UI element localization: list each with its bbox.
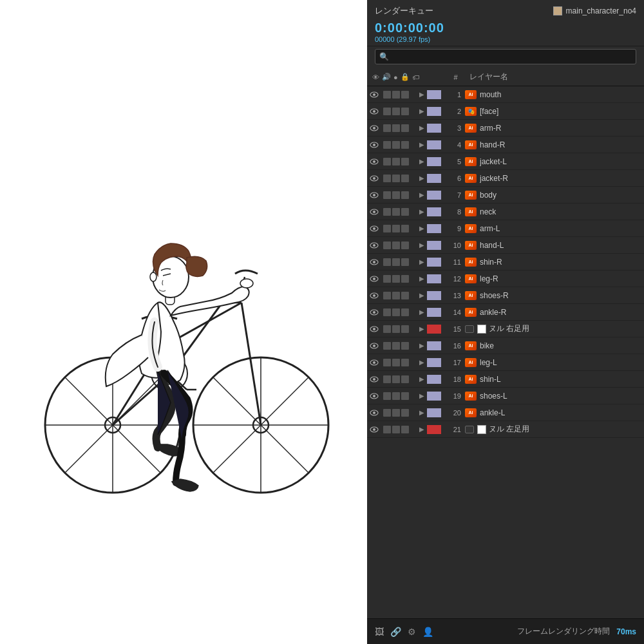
footer-icon-4[interactable]: 👤 (422, 627, 433, 637)
svg-point-47 (373, 160, 375, 163)
layer-expand-arrow[interactable]: ▶ (417, 258, 427, 265)
layer-eye-icon[interactable] (367, 225, 381, 232)
layer-eye-icon[interactable] (367, 91, 381, 98)
layer-row[interactable]: ▶15ヌル 右足用 (367, 321, 644, 337)
layer-color-swatch (427, 341, 441, 350)
layer-row[interactable]: ▶7Aibody (367, 187, 644, 204)
layer-row[interactable]: ▶11Aishin-R (367, 254, 644, 270)
layer-expand-arrow[interactable]: ▶ (417, 158, 427, 165)
layer-eye-icon[interactable] (367, 326, 381, 332)
layer-name-label: shin-L (480, 375, 644, 384)
layer-expand-arrow[interactable]: ▶ (417, 191, 427, 198)
layer-eye-icon[interactable] (367, 142, 381, 148)
layer-row[interactable]: ▶10Aihand-L (367, 237, 644, 254)
layer-expand-arrow[interactable]: ▶ (417, 208, 427, 215)
layer-expand-arrow[interactable]: ▶ (417, 342, 427, 349)
layer-row[interactable]: ▶19Aishoes-L (367, 388, 644, 404)
layer-row[interactable]: ▶20Aiankle-L (367, 404, 644, 421)
layer-expand-arrow[interactable]: ▶ (417, 175, 427, 182)
layer-eye-icon[interactable] (367, 192, 381, 198)
footer-icon-3[interactable]: ⚙ (408, 627, 416, 637)
lock-col-icon[interactable]: 🔒 (401, 73, 410, 81)
layer-row[interactable]: ▶3Aiarm-R (367, 120, 644, 137)
layer-expand-arrow[interactable]: ▶ (417, 325, 427, 332)
footer-icon-2[interactable]: 🔗 (390, 627, 401, 637)
layer-row[interactable]: ▶2🎭[face] (367, 103, 644, 120)
layer-expand-arrow[interactable]: ▶ (417, 392, 427, 399)
layer-type-icon: Ai (465, 207, 477, 216)
layer-controls (381, 308, 417, 316)
layer-row[interactable]: ▶13Aishoes-R (367, 287, 644, 304)
layer-number: 17 (443, 359, 461, 366)
layer-expand-arrow[interactable]: ▶ (417, 242, 427, 249)
layer-eye-icon[interactable] (367, 108, 381, 115)
layer-name-label: ankle-L (480, 408, 644, 417)
layer-eye-icon[interactable] (367, 158, 381, 165)
layer-name-label: arm-L (480, 224, 644, 233)
layer-eye-icon[interactable] (367, 175, 381, 182)
audio-col-icon[interactable]: 🔊 (382, 73, 391, 81)
render-queue-label: レンダーキュー (375, 5, 433, 17)
layer-number: 7 (443, 191, 461, 199)
solo-col-icon[interactable]: ● (393, 73, 398, 81)
layer-eye-icon[interactable] (367, 292, 381, 299)
layer-expand-arrow[interactable]: ▶ (417, 141, 427, 148)
layer-row[interactable]: ▶14Aiankle-R (367, 304, 644, 321)
layer-eye-icon[interactable] (367, 276, 381, 282)
layer-expand-arrow[interactable]: ▶ (417, 275, 427, 282)
layer-type-icon: Ai (465, 375, 477, 384)
search-container[interactable]: 🔍 (375, 49, 636, 64)
label-col-icon[interactable]: 🏷 (412, 73, 419, 81)
layer-expand-arrow[interactable]: ▶ (417, 91, 427, 98)
layer-expand-arrow[interactable]: ▶ (417, 225, 427, 232)
layer-row[interactable]: ▶4Aihand-R (367, 137, 644, 153)
footer-icon-1[interactable]: 🖼 (375, 627, 384, 637)
layer-expand-arrow[interactable]: ▶ (417, 409, 427, 416)
layer-row[interactable]: ▶6Aijacket-R (367, 170, 644, 187)
layer-row[interactable]: ▶18Aishin-L (367, 371, 644, 388)
layer-eye-icon[interactable] (367, 426, 381, 433)
layer-eye-icon[interactable] (367, 209, 381, 215)
layer-type-icon (465, 426, 474, 433)
layer-type-icon: Ai (465, 224, 477, 233)
svg-point-49 (373, 177, 375, 180)
layer-color-swatch (427, 408, 441, 417)
layer-row[interactable]: ▶17Aileg-L (367, 354, 644, 371)
layer-row[interactable]: ▶21ヌル 左足用 (367, 421, 644, 438)
layer-row[interactable]: ▶12Aileg-R (367, 270, 644, 287)
visibility-col-icon[interactable]: 👁 (372, 73, 379, 81)
layer-color-swatch (427, 325, 441, 334)
layer-color-swatch (427, 375, 441, 384)
layer-number: 10 (443, 242, 461, 249)
layer-eye-icon[interactable] (367, 343, 381, 349)
layers-list[interactable]: ▶1Aimouth▶2🎭[face]▶3Aiarm-R▶4Aihand-R▶5A… (367, 86, 644, 618)
layer-row[interactable]: ▶1Aimouth (367, 86, 644, 103)
layer-eye-icon[interactable] (367, 309, 381, 316)
layer-expand-arrow[interactable]: ▶ (417, 124, 427, 131)
layer-expand-arrow[interactable]: ▶ (417, 359, 427, 366)
layer-color-swatch (427, 107, 441, 116)
layer-name-label: leg-L (480, 358, 644, 367)
layer-eye-icon[interactable] (367, 410, 381, 416)
layer-expand-arrow[interactable]: ▶ (417, 308, 427, 316)
svg-point-43 (373, 127, 375, 129)
search-input[interactable] (392, 52, 632, 61)
layer-eye-icon[interactable] (367, 376, 381, 383)
layer-expand-arrow[interactable]: ▶ (417, 426, 427, 433)
layer-controls (381, 392, 417, 400)
layer-eye-icon[interactable] (367, 393, 381, 399)
layer-eye-icon[interactable] (367, 359, 381, 366)
layer-expand-arrow[interactable]: ▶ (417, 108, 427, 115)
layer-eye-icon[interactable] (367, 242, 381, 249)
layer-eye-icon[interactable] (367, 125, 381, 131)
layer-expand-arrow[interactable]: ▶ (417, 375, 427, 383)
layer-row[interactable]: ▶5Aijacket-L (367, 153, 644, 170)
layer-row[interactable]: ▶16Aibike (367, 337, 644, 354)
layer-row[interactable]: ▶8Aineck (367, 204, 644, 220)
layer-row[interactable]: ▶9Aiarm-L (367, 220, 644, 237)
layer-expand-arrow[interactable]: ▶ (417, 292, 427, 299)
svg-point-45 (373, 144, 375, 146)
layer-controls (381, 258, 417, 266)
timecode-display[interactable]: 0:00:00:00 (375, 21, 636, 35)
layer-eye-icon[interactable] (367, 259, 381, 265)
